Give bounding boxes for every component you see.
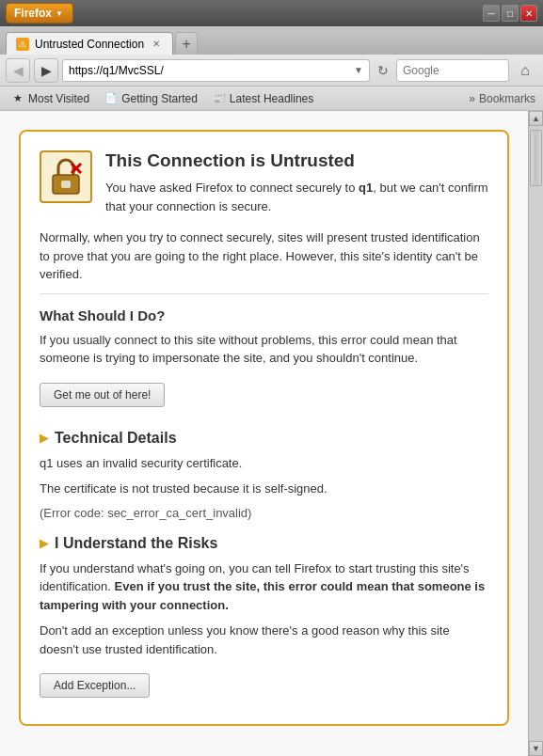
technical-section-header: ▶ Technical Details bbox=[40, 430, 488, 447]
getting-started-label: Getting Started bbox=[121, 92, 198, 105]
maximize-button[interactable]: □ bbox=[502, 5, 519, 22]
navigation-bar: ◀ ▶ ▼ ↻ 🔍 ⌂ bbox=[0, 55, 543, 87]
firefox-dropdown-arrow: ▼ bbox=[56, 9, 63, 18]
risks-title: I Understand the Risks bbox=[55, 535, 217, 552]
latest-headlines-icon: 📰 bbox=[213, 92, 226, 105]
tab-label: Untrusted Connection bbox=[35, 38, 144, 51]
bookmarks-bar: ★ Most Visited 📄 Getting Started 📰 Lates… bbox=[0, 87, 543, 111]
active-tab[interactable]: ⚠ Untrusted Connection ✕ bbox=[6, 32, 173, 55]
what-should-title: What Should I Do? bbox=[40, 307, 488, 323]
error-title: This Connection is Untrusted bbox=[105, 150, 488, 171]
refresh-button[interactable]: ↻ bbox=[374, 63, 392, 78]
scrollbar-track[interactable] bbox=[529, 126, 543, 741]
bookmark-getting-started[interactable]: 📄 Getting Started bbox=[101, 90, 201, 107]
lock-icon-svg bbox=[45, 156, 87, 197]
error-box: This Connection is Untrusted You have as… bbox=[19, 130, 509, 726]
overflow-icon: » bbox=[469, 92, 475, 105]
error-icon bbox=[40, 150, 92, 203]
forward-button[interactable]: ▶ bbox=[34, 58, 58, 83]
error-desc-bold: q1 bbox=[359, 181, 373, 195]
bookmark-latest-headlines[interactable]: 📰 Latest Headlines bbox=[209, 90, 317, 107]
divider-1 bbox=[40, 293, 488, 294]
technical-title: Technical Details bbox=[55, 430, 177, 447]
content-area: This Connection is Untrusted You have as… bbox=[0, 111, 543, 756]
window-controls: ─ □ ✕ bbox=[483, 5, 537, 22]
tab-bar: ⚠ Untrusted Connection ✕ + bbox=[0, 26, 543, 55]
back-button[interactable]: ◀ bbox=[6, 58, 30, 83]
scroll-down-button[interactable]: ▼ bbox=[529, 741, 543, 756]
getting-started-icon: 📄 bbox=[104, 92, 118, 105]
error-header: This Connection is Untrusted You have as… bbox=[40, 150, 488, 215]
technical-arrow-icon: ▶ bbox=[40, 431, 49, 445]
tab-favicon: ⚠ bbox=[16, 38, 29, 51]
error-desc-text1: You have asked Firefox to connect secure… bbox=[105, 181, 359, 195]
url-dropdown-arrow[interactable]: ▼ bbox=[354, 65, 363, 75]
tech-para1: q1 uses an invalid security certificate. bbox=[40, 454, 488, 473]
firefox-label: Firefox bbox=[14, 7, 52, 20]
bookmarks-label: Bookmarks bbox=[479, 92, 535, 105]
firefox-menu-button[interactable]: Firefox ▼ bbox=[6, 3, 73, 24]
risks-para1: If you understand what's going on, you c… bbox=[40, 559, 488, 615]
tech-para2: The certificate is not trusted because i… bbox=[40, 480, 488, 498]
error-desc-p1: You have asked Firefox to connect secure… bbox=[105, 179, 488, 215]
risks-section-header: ▶ I Understand the Risks bbox=[40, 535, 488, 552]
risks-arrow-icon: ▶ bbox=[40, 536, 49, 550]
what-body-text: If you usually connect to this site with… bbox=[40, 331, 488, 368]
title-bar: Firefox ▼ ─ □ ✕ bbox=[0, 0, 543, 26]
url-input[interactable] bbox=[69, 64, 350, 77]
error-header-text: This Connection is Untrusted You have as… bbox=[105, 150, 488, 215]
close-button[interactable]: ✕ bbox=[520, 5, 537, 22]
error-code: (Error code: sec_error_ca_cert_invalid) bbox=[40, 506, 488, 520]
most-visited-icon: ★ bbox=[11, 92, 24, 105]
scrollbar: ▲ ▼ bbox=[528, 111, 543, 756]
minimize-button[interactable]: ─ bbox=[483, 5, 500, 22]
bookmark-most-visited[interactable]: ★ Most Visited bbox=[8, 90, 93, 107]
bookmarks-overflow[interactable]: » Bookmarks bbox=[469, 92, 535, 105]
address-bar[interactable]: ▼ bbox=[62, 59, 370, 82]
scroll-up-button[interactable]: ▲ bbox=[529, 111, 543, 126]
latest-headlines-label: Latest Headlines bbox=[230, 92, 313, 105]
scrollbar-thumb[interactable] bbox=[530, 130, 542, 186]
svg-rect-1 bbox=[61, 181, 71, 188]
tab-close-button[interactable]: ✕ bbox=[150, 38, 163, 51]
risks-para2: Don't add an exception unless you know t… bbox=[40, 622, 488, 658]
search-bar[interactable]: 🔍 bbox=[396, 59, 509, 82]
most-visited-label: Most Visited bbox=[28, 92, 89, 105]
new-tab-button[interactable]: + bbox=[175, 32, 198, 55]
add-exception-button[interactable]: Add Exception... bbox=[40, 673, 150, 698]
get-out-button[interactable]: Get me out of here! bbox=[40, 383, 165, 407]
error-para2: Normally, when you try to connect secure… bbox=[40, 228, 488, 284]
home-button[interactable]: ⌂ bbox=[513, 58, 537, 83]
page-content: This Connection is Untrusted You have as… bbox=[0, 111, 528, 756]
